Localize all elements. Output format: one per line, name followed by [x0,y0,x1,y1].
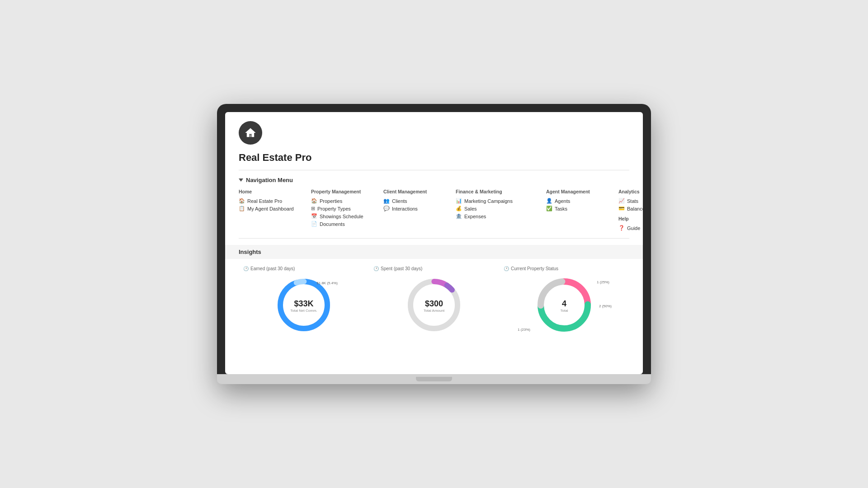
insights-section: Insights 🕐 Earned (past 30 days) [239,245,629,336]
documents-icon: 📄 [311,221,317,227]
nav-label-marketing: Marketing Campaigns [464,198,513,204]
nav-label-agents: Agents [555,198,570,204]
nav-label-guide: Guide [627,225,640,231]
chart-earned: 🕐 Earned (past 30 days) $33K To [243,266,364,336]
app-logo [239,121,262,145]
nav-label-tasks: Tasks [555,206,567,211]
nav-col-title-finance: Finance & Marketing [456,189,542,194]
marketing-icon: 📊 [456,198,462,204]
nav-label-documents: Documents [320,221,345,227]
status-annotation-mid: 2 (50%) [599,304,612,308]
chart-spent: 🕐 Spent (past 30 days) $300 Tot [373,266,495,336]
nav-label-stats: Stats [627,198,638,204]
nav-item-real-estate-pro[interactable]: 🏠 Real Estate Pro [239,197,307,205]
donut-spent-sublabel: Total Amount [424,309,444,313]
donut-spent-center: $300 Total Amount [424,299,444,313]
interactions-icon: 💬 [383,206,390,211]
stats-icon: 📈 [618,198,625,204]
chart-status-inner: 4 Total 1 (25%) 1 (23%) 2 (50%) [535,276,594,336]
nav-label-sales: Sales [464,206,477,211]
nav-item-sales[interactable]: 💰 Sales [456,205,542,212]
insights-header: Insights [225,245,643,259]
nav-column-client: Client Management 👥 Clients 💬 Interactio… [383,189,456,232]
nav-column-property: Property Management 🏠 Properties ⊞ Prope… [311,189,383,232]
nav-item-tasks[interactable]: ✅ Tasks [546,205,614,212]
nav-item-clients[interactable]: 👥 Clients [383,197,451,205]
nav-col-title-client: Client Management [383,189,451,194]
nav-label-agent-dashboard: My Agent Dashboard [247,206,294,211]
guide-icon: ❓ [618,225,625,231]
earned-annotation: $1.8K (5.4%) [316,281,338,285]
laptop-screen: Real Estate Pro Navigation Menu Home 🏠 R… [225,112,643,374]
nav-grid: Home 🏠 Real Estate Pro 📋 My Agent Dashbo… [239,189,629,232]
status-annotation-bottom: 1 (23%) [518,328,530,332]
nav-label-balance: Balance [627,206,643,211]
donut-status-wrapper: 4 Total 1 (25%) 1 (23%) 2 (50%) [535,276,594,336]
home-icon: 🏠 [239,198,245,204]
nav-col-title-analytics: Analytics [618,189,643,194]
nav-item-balance[interactable]: 💳 Balance [618,205,643,212]
nav-item-property-types[interactable]: ⊞ Property Types [311,205,379,212]
nav-label-showings-schedule: Showings Schedule [320,214,363,219]
nav-item-agents[interactable]: 👤 Agents [546,197,614,205]
tasks-icon: ✅ [546,206,552,211]
nav-item-interactions[interactable]: 💬 Interactions [383,205,451,212]
nav-item-stats[interactable]: 📈 Stats [618,197,643,205]
laptop-frame: Real Estate Pro Navigation Menu Home 🏠 R… [217,104,651,384]
donut-status-sublabel: Total [561,309,568,313]
nav-item-documents[interactable]: 📄 Documents [311,220,379,228]
nav-item-agent-dashboard[interactable]: 📋 My Agent Dashboard [239,205,307,212]
nav-label-clients: Clients [392,198,407,204]
nav-triangle-icon [239,178,243,182]
property-types-icon: ⊞ [311,206,315,211]
nav-column-finance: Finance & Marketing 📊 Marketing Campaign… [456,189,546,232]
nav-column-analytics: Analytics 📈 Stats 💳 Balance Help ❓ Gu [618,189,643,232]
expenses-icon: 🏦 [456,213,462,219]
chart-earned-label: 🕐 Earned (past 30 days) [243,266,295,271]
laptop-notch [416,377,452,381]
clock-icon: 🕐 [243,266,249,271]
nav-col-title-agent: Agent Management [546,189,614,194]
nav-label-expenses: Expenses [464,214,486,219]
nav-col-title-help: Help [618,216,643,221]
nav-section-header: Navigation Menu [239,177,629,183]
donut-spent-value: $300 [424,299,444,309]
nav-item-showings-schedule[interactable]: 📅 Showings Schedule [311,212,379,220]
sales-icon: 💰 [456,206,462,211]
nav-section-label: Navigation Menu [246,177,293,183]
donut-earned-center: $33K Total Net Comm. [290,299,317,313]
dashboard-icon: 📋 [239,206,245,211]
donut-earned-wrapper: $33K Total Net Comm. $1.8K (5.4%) [274,276,333,336]
donut-status-value: 4 [561,299,568,309]
laptop-base [217,374,651,384]
insights-charts: 🕐 Earned (past 30 days) $33K To [239,266,629,336]
nav-item-properties[interactable]: 🏠 Properties [311,197,379,205]
nav-label-property-types: Property Types [317,206,351,211]
clock-icon-2: 🕐 [373,266,379,271]
nav-column-agent: Agent Management 👤 Agents ✅ Tasks [546,189,618,232]
nav-label-interactions: Interactions [392,206,418,211]
donut-spent-wrapper: $300 Total Amount [405,276,463,336]
status-annotation-top: 1 (25%) [597,280,609,284]
nav-item-marketing[interactable]: 📊 Marketing Campaigns [456,197,542,205]
nav-item-expenses[interactable]: 🏦 Expenses [456,212,542,220]
donut-earned-sublabel: Total Net Comm. [290,309,317,313]
properties-icon: 🏠 [311,198,317,204]
chart-status-label: 🕐 Current Property Status [504,266,558,271]
donut-earned-value: $33K [290,299,317,309]
nav-item-guide[interactable]: ❓ Guide [618,224,643,232]
app-content: Real Estate Pro Navigation Menu Home 🏠 R… [225,112,643,350]
balance-icon: 💳 [618,206,625,211]
clock-icon-3: 🕐 [504,266,509,271]
nav-label-properties: Properties [320,198,342,204]
chart-status: 🕐 Current Property Status [504,266,625,336]
nav-col-title-home: Home [239,189,307,194]
clients-icon: 👥 [383,198,390,204]
nav-col-title-property: Property Management [311,189,379,194]
nav-divider [239,238,629,239]
title-divider [239,170,629,170]
agents-icon: 👤 [546,198,552,204]
nav-label-real-estate-pro: Real Estate Pro [247,198,282,204]
donut-status-center: 4 Total [561,299,568,313]
nav-section: Navigation Menu Home 🏠 Real Estate Pro 📋… [239,177,629,232]
